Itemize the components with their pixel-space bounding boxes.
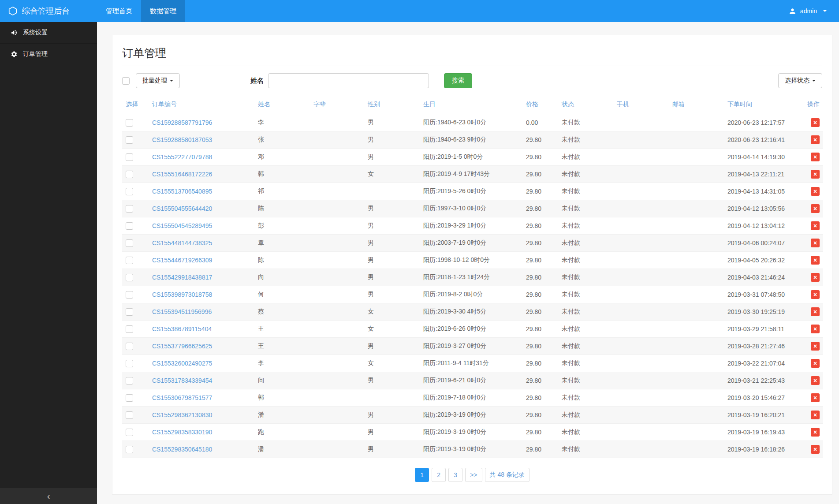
row-checkbox[interactable] [126, 239, 133, 247]
row-checkbox[interactable] [126, 308, 133, 316]
select-cell [122, 200, 149, 217]
delete-button[interactable]: × [811, 290, 820, 299]
delete-button[interactable]: × [811, 342, 820, 351]
page-button-3[interactable]: 3 [448, 468, 462, 482]
order-number-link[interactable]: CS155513706540895 [152, 188, 212, 195]
order-table-body: CS159288587791796 李 男 阳历:1940-6-23 0时0分 … [122, 114, 823, 458]
order-number-link[interactable]: CS155394511956996 [152, 308, 212, 315]
email-cell [669, 166, 724, 183]
delete-button[interactable]: × [811, 153, 820, 161]
delete-button[interactable]: × [811, 204, 820, 213]
order-number-link[interactable]: CS155377966625625 [152, 343, 212, 350]
order-number-link[interactable]: CS155317834339454 [152, 377, 212, 384]
delete-button[interactable]: × [811, 428, 820, 437]
order-number-link[interactable]: CS155429918438817 [152, 274, 212, 281]
order-number-link[interactable]: CS159288587791796 [152, 119, 212, 126]
delete-button[interactable]: × [811, 359, 820, 368]
row-checkbox[interactable] [126, 325, 133, 333]
order-time-cell: 2019-04-12 13:05:56 [724, 200, 798, 217]
delete-button[interactable]: × [811, 256, 820, 265]
close-icon: × [813, 411, 817, 418]
select-cell [122, 389, 149, 407]
delete-button[interactable]: × [811, 135, 820, 144]
page-button-next[interactable]: >> [465, 468, 482, 482]
table-row: CS155516468172226 韩 女 阳历:2019-4-9 17时43分… [122, 166, 823, 183]
row-checkbox[interactable] [126, 171, 133, 178]
row-checkbox[interactable] [126, 394, 133, 402]
sidebar-item-system-settings[interactable]: 系统设置 [0, 22, 97, 44]
row-checkbox[interactable] [126, 136, 133, 144]
gender-cell: 女 [364, 355, 420, 372]
close-icon: × [813, 429, 817, 436]
phone-cell [613, 217, 669, 235]
order-number-link[interactable]: CS155504555644420 [152, 205, 212, 212]
order-no-cell: CS155504545289495 [149, 217, 254, 235]
user-menu[interactable]: admin [776, 0, 839, 22]
table-row: CS155306798751577 郭 阳历:2019-7-18 0时0分 29… [122, 389, 823, 407]
close-icon: × [813, 171, 817, 178]
sidebar-collapse-button[interactable]: ‹ [0, 488, 97, 504]
row-checkbox[interactable] [126, 446, 133, 453]
price-cell: 29.80 [522, 200, 558, 217]
order-time-cell: 2019-03-19 16:20:21 [724, 407, 798, 424]
select-all-checkbox[interactable] [122, 77, 130, 85]
row-checkbox[interactable] [126, 360, 133, 367]
delete-button[interactable]: × [811, 445, 820, 454]
row-checkbox[interactable] [126, 343, 133, 350]
order-number-link[interactable]: CS155446719266309 [152, 257, 212, 264]
table-row: CS155446719266309 陈 男 阳历:1998-10-12 0时0分… [122, 252, 823, 269]
row-checkbox[interactable] [126, 222, 133, 230]
order-number-link[interactable]: CS155306798751577 [152, 394, 212, 401]
order-time-cell: 2020-06-23 12:16:41 [724, 131, 798, 149]
search-button[interactable]: 搜索 [444, 73, 472, 88]
order-number-link[interactable]: CS155522277079788 [152, 153, 212, 161]
row-checkbox[interactable] [126, 257, 133, 264]
delete-button[interactable]: × [811, 393, 820, 402]
close-icon: × [813, 343, 817, 350]
nav-item-home[interactable]: 管理首页 [97, 0, 141, 22]
delete-button[interactable]: × [811, 221, 820, 230]
order-number-link[interactable]: CS155298350645180 [152, 446, 212, 453]
phone-cell [613, 389, 669, 407]
page-button-2[interactable]: 2 [432, 468, 446, 482]
nav-item-data[interactable]: 数据管理 [141, 0, 185, 22]
delete-button[interactable]: × [811, 187, 820, 196]
order-number-link[interactable]: CS155386789115404 [152, 325, 212, 332]
delete-button[interactable]: × [811, 239, 820, 247]
order-number-link[interactable]: CS159288580187053 [152, 136, 212, 143]
order-number-link[interactable]: CS155298358330190 [152, 429, 212, 436]
page-button-1[interactable]: 1 [415, 468, 429, 482]
row-checkbox[interactable] [126, 188, 133, 195]
price-cell: 29.80 [522, 355, 558, 372]
batch-action-button[interactable]: 批量处理 [136, 73, 180, 88]
delete-button[interactable]: × [811, 273, 820, 282]
order-number-link[interactable]: CS155504545289495 [152, 222, 212, 229]
order-number-link[interactable]: CS155448144738325 [152, 239, 212, 246]
row-checkbox[interactable] [126, 205, 133, 213]
order-number-link[interactable]: CS155398973018758 [152, 291, 212, 298]
delete-button[interactable]: × [811, 118, 820, 127]
row-checkbox[interactable] [126, 153, 133, 161]
delete-button[interactable]: × [811, 376, 820, 385]
status-filter-button[interactable]: 选择状态 [778, 73, 822, 88]
delete-button[interactable]: × [811, 170, 820, 179]
row-checkbox[interactable] [126, 119, 133, 127]
order-number-link[interactable]: CS155326002490275 [152, 360, 212, 367]
delete-button[interactable]: × [811, 411, 820, 419]
order-no-cell: CS155386789115404 [149, 321, 254, 338]
order-number-link[interactable]: CS155298362130830 [152, 411, 212, 418]
row-checkbox[interactable] [126, 411, 133, 419]
name-search-input[interactable] [268, 73, 429, 88]
phone-cell [613, 166, 669, 183]
row-checkbox[interactable] [126, 429, 133, 436]
delete-button[interactable]: × [811, 325, 820, 333]
delete-button[interactable]: × [811, 307, 820, 316]
header-name: 姓名 [254, 95, 310, 114]
row-checkbox[interactable] [126, 377, 133, 385]
row-checkbox[interactable] [126, 274, 133, 281]
order-number-link[interactable]: CS155516468172226 [152, 171, 212, 178]
email-cell [669, 338, 724, 355]
row-checkbox[interactable] [126, 291, 133, 299]
select-cell [122, 303, 149, 321]
sidebar-item-order-management[interactable]: 订单管理 [0, 44, 97, 65]
